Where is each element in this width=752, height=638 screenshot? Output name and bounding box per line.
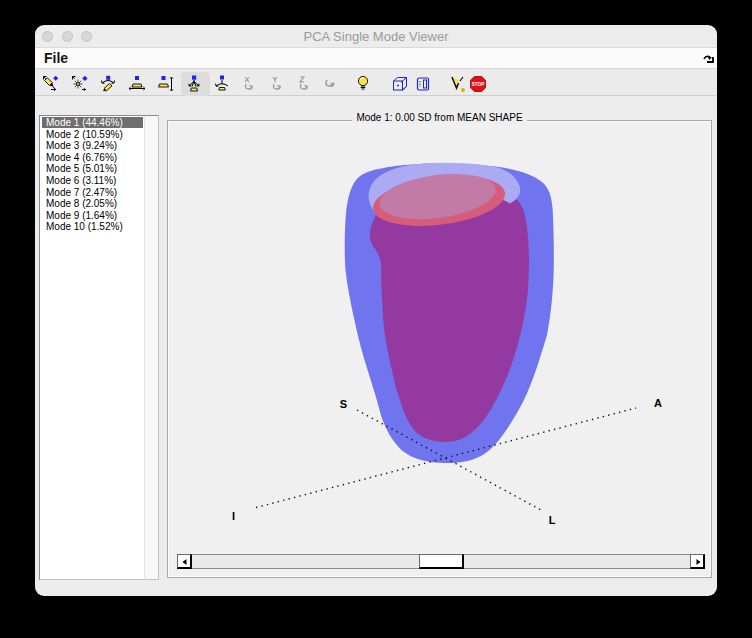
svg-text:I: I xyxy=(232,510,235,522)
svg-text:STOP: STOP xyxy=(472,82,484,87)
svg-text:A: A xyxy=(654,397,662,409)
svg-text:L: L xyxy=(549,514,556,526)
svg-text:S: S xyxy=(340,398,347,410)
